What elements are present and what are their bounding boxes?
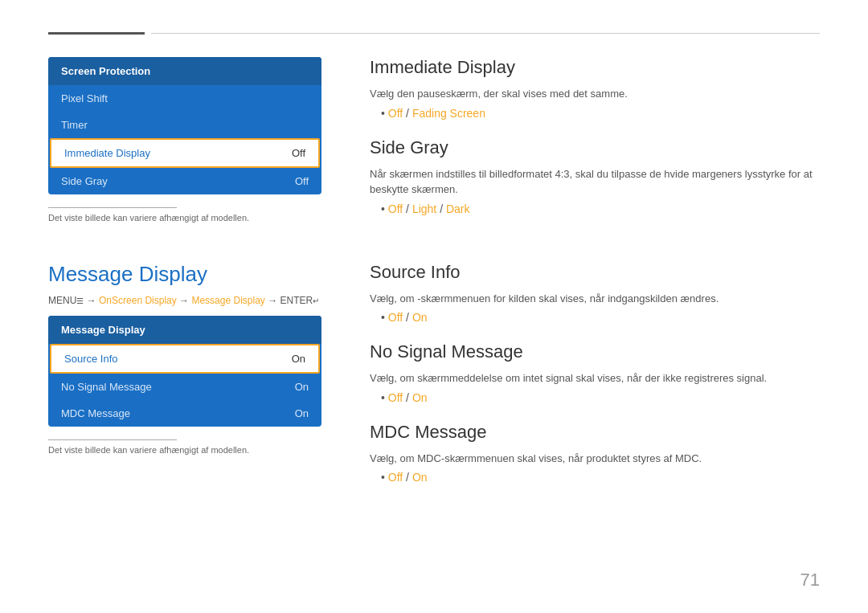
option-on: On bbox=[412, 471, 428, 484]
note-divider-top bbox=[48, 207, 177, 208]
bullet-item: Off / On bbox=[381, 311, 820, 324]
source-info-title: Source Info bbox=[370, 262, 820, 283]
option-on: On bbox=[412, 311, 428, 324]
page-number: 71 bbox=[800, 570, 820, 591]
no-signal-body: Vælg, om skærmmeddelelse om intet signal… bbox=[370, 370, 820, 386]
menu-item-value: On bbox=[295, 381, 309, 393]
side-gray-section: Side Gray Når skærmen indstilles til bil… bbox=[370, 137, 820, 215]
mdc-message-bullets: Off / On bbox=[370, 471, 820, 484]
mdc-message-section: MDC Message Vælg, om MDC-skærmmenuen ska… bbox=[370, 422, 820, 484]
mdc-message-body: Vælg, om MDC-skærmmenuen skal vises, når… bbox=[370, 451, 820, 467]
menu-item-pixel-shift[interactable]: Pixel Shift bbox=[48, 85, 321, 112]
source-info-section: Source Info Vælg, om -skærmmenuen for ki… bbox=[370, 262, 820, 325]
mdc-message-title: MDC Message bbox=[370, 422, 820, 443]
divider-long bbox=[151, 33, 820, 34]
option-dark: Dark bbox=[446, 202, 470, 215]
menu-item-label: Source Info bbox=[64, 353, 118, 365]
menu-item-source-info[interactable]: Source Info On bbox=[50, 344, 320, 374]
message-display-right: Source Info Vælg, om -skærmmenuen for ki… bbox=[354, 262, 820, 502]
menu-item-label: No Signal Message bbox=[61, 381, 152, 393]
menu-item-immediate-display[interactable]: Immediate Display Off bbox=[50, 138, 320, 168]
note-divider-bottom bbox=[48, 439, 177, 440]
note-bottom: Det viste billede kan variere afhængigt … bbox=[48, 445, 321, 455]
message-display-left: Message Display MENU☰ → OnScreen Display… bbox=[48, 262, 354, 502]
bullet-item: Off / On bbox=[381, 391, 820, 404]
menu-icon: MENU bbox=[48, 295, 76, 306]
screen-protection-menu: Screen Protection Pixel Shift Timer Imme… bbox=[48, 57, 321, 194]
menu-item-value: On bbox=[295, 407, 309, 419]
menu-item-label: Timer bbox=[61, 119, 88, 131]
menu-item-value: Off bbox=[295, 175, 309, 187]
bullet-item: Off / On bbox=[381, 471, 820, 484]
option-fading-screen: Fading Screen bbox=[412, 107, 485, 120]
option-off: Off bbox=[388, 471, 403, 484]
option-off: Off bbox=[388, 107, 403, 120]
immediate-display-bullets: Off / Fading Screen bbox=[370, 107, 820, 120]
message-display-menu-header: Message Display bbox=[48, 316, 321, 344]
source-info-bullets: Off / On bbox=[370, 311, 820, 324]
side-gray-title: Side Gray bbox=[370, 137, 820, 158]
page-container: Screen Protection Pixel Shift Timer Imme… bbox=[0, 0, 868, 613]
immediate-display-section: Immediate Display Vælg den pauseskærm, d… bbox=[370, 57, 820, 120]
menu-item-label: Side Gray bbox=[61, 175, 108, 187]
no-signal-title: No Signal Message bbox=[370, 341, 820, 362]
no-signal-section: No Signal Message Vælg, om skærmmeddelel… bbox=[370, 341, 820, 404]
menu-item-label: Immediate Display bbox=[64, 147, 150, 159]
option-light: Light bbox=[412, 202, 436, 215]
option-off: Off bbox=[388, 202, 403, 215]
note-top: Det viste billede kan variere afhængigt … bbox=[48, 213, 321, 223]
menu-item-label: MDC Message bbox=[61, 407, 130, 419]
option-off: Off bbox=[388, 311, 403, 324]
message-display-menu: Message Display Source Info On No Signal… bbox=[48, 316, 321, 427]
menu-item-value: Off bbox=[292, 147, 305, 159]
message-display-section: Message Display MENU☰ → OnScreen Display… bbox=[48, 262, 820, 502]
divider-short bbox=[48, 32, 145, 35]
top-dividers bbox=[48, 32, 820, 35]
bullet-item: Off / Light / Dark bbox=[381, 202, 820, 215]
message-display-big-title: Message Display bbox=[48, 262, 321, 287]
onscreen-display-link: OnScreen Display bbox=[99, 295, 177, 306]
menu-item-side-gray[interactable]: Side Gray Off bbox=[48, 168, 321, 194]
menu-item-no-signal[interactable]: No Signal Message On bbox=[48, 374, 321, 400]
immediate-display-body: Vælg den pauseskærm, der skal vises med … bbox=[370, 86, 820, 102]
no-signal-bullets: Off / On bbox=[370, 391, 820, 404]
menu-item-mdc-message[interactable]: MDC Message On bbox=[48, 400, 321, 427]
side-gray-body: Når skærmen indstilles til billedformate… bbox=[370, 166, 820, 198]
option-off: Off bbox=[388, 391, 403, 404]
screen-protection-left: Screen Protection Pixel Shift Timer Imme… bbox=[48, 57, 354, 233]
screen-protection-header: Screen Protection bbox=[48, 57, 321, 85]
source-info-body: Vælg, om -skærmmenuen for kilden skal vi… bbox=[370, 291, 820, 307]
menu-path: MENU☰ → OnScreen Display → Message Displ… bbox=[48, 295, 321, 306]
menu-item-value: On bbox=[292, 353, 305, 365]
bottom-content: Message Display MENU☰ → OnScreen Display… bbox=[48, 262, 820, 502]
option-on: On bbox=[412, 391, 428, 404]
menu-item-timer[interactable]: Timer bbox=[48, 112, 321, 138]
immediate-display-title: Immediate Display bbox=[370, 57, 820, 78]
screen-protection-right: Immediate Display Vælg den pauseskærm, d… bbox=[354, 57, 820, 233]
bullet-item: Off / Fading Screen bbox=[381, 107, 820, 120]
message-display-link: Message Display bbox=[191, 295, 264, 306]
menu-item-label: Pixel Shift bbox=[61, 92, 108, 104]
top-section: Screen Protection Pixel Shift Timer Imme… bbox=[48, 57, 820, 233]
side-gray-bullets: Off / Light / Dark bbox=[370, 202, 820, 215]
